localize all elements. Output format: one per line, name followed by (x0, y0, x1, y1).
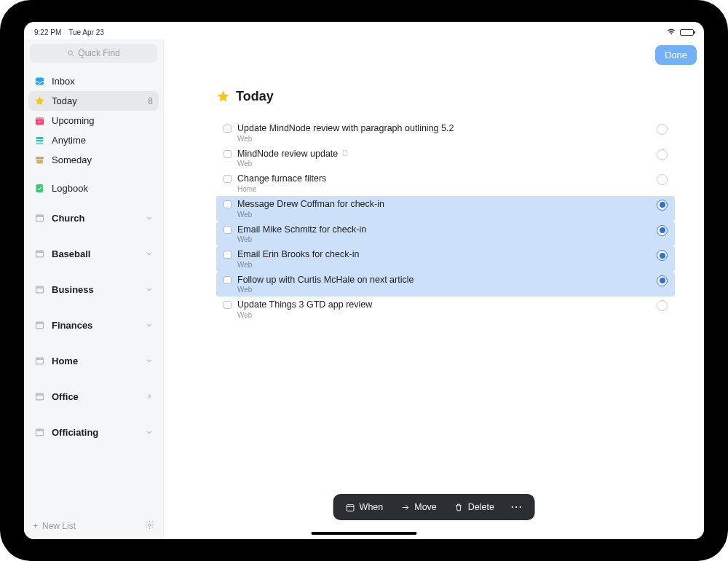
arrow-right-icon (400, 503, 410, 512)
task-row[interactable]: Update MindNode review with paragraph ou… (216, 120, 675, 146)
star-icon (216, 90, 230, 103)
sidebar-item-label: Someday (52, 154, 92, 165)
logbook-icon (34, 183, 45, 194)
task-select-radio[interactable] (657, 250, 668, 261)
task-title: Message Drew Coffman for check-in (237, 199, 384, 211)
svg-rect-11 (36, 157, 44, 159)
task-title: Email Erin Brooks for check-in (237, 249, 359, 261)
svg-rect-29 (347, 504, 354, 511)
area-item-finances[interactable]: Finances (28, 315, 159, 335)
task-row[interactable]: Change furnace filters Home (216, 170, 675, 196)
task-checkbox[interactable] (223, 150, 232, 158)
task-row[interactable]: Follow up with Curtis McHale on next art… (216, 272, 675, 297)
svg-rect-19 (36, 286, 44, 288)
task-checkbox[interactable] (223, 200, 232, 208)
sidebar-item-label: Inbox (52, 76, 75, 87)
task-checkbox[interactable] (223, 226, 232, 234)
area-item-home[interactable]: Home (28, 351, 159, 371)
task-row[interactable]: Email Mike Schmitz for check-in Web (216, 221, 675, 247)
task-checkbox[interactable] (223, 251, 232, 259)
settings-icon[interactable] (145, 520, 154, 532)
svg-rect-8 (36, 137, 44, 139)
area-item-business[interactable]: Business (28, 280, 159, 299)
action-delete[interactable]: Delete (446, 499, 502, 515)
task-project: Web (237, 261, 651, 269)
svg-point-0 (68, 50, 73, 55)
area-item-officiating[interactable]: Officiating (28, 423, 159, 442)
svg-rect-24 (36, 395, 44, 400)
task-row[interactable]: Message Drew Coffman for check-in Web (216, 196, 675, 221)
task-select-radio[interactable] (657, 124, 668, 135)
task-checkbox[interactable] (223, 125, 232, 133)
action-move[interactable]: Move (392, 499, 445, 515)
action-when[interactable]: When (338, 499, 392, 515)
task-title: Update MindNode review with paragraph ou… (237, 123, 454, 135)
task-select-radio[interactable] (657, 300, 668, 311)
star-icon (34, 95, 45, 106)
action-more[interactable]: ··· (504, 502, 530, 512)
task-row[interactable]: Update Things 3 GTD app review Web (216, 297, 675, 322)
new-list-button[interactable]: + New List (33, 521, 76, 531)
task-select-radio[interactable] (657, 174, 668, 185)
box-icon (34, 248, 45, 259)
task-title: Change furnace filters (237, 173, 326, 185)
task-checkbox[interactable] (223, 276, 232, 284)
task-project: Web (237, 211, 651, 219)
battery-icon (680, 29, 694, 36)
sidebar-item-label: Anytime (52, 135, 86, 146)
svg-rect-17 (36, 251, 44, 252)
area-item-church[interactable]: Church (28, 208, 159, 228)
task-select-radio[interactable] (657, 225, 668, 236)
home-indicator[interactable] (312, 532, 417, 535)
note-icon (341, 149, 349, 160)
svg-rect-16 (36, 252, 44, 257)
task-row[interactable]: Email Erin Brooks for check-in Web (216, 246, 675, 272)
calendar-icon (34, 115, 45, 126)
new-list-label: New List (42, 521, 76, 531)
box-icon (34, 356, 45, 366)
svg-rect-25 (36, 393, 44, 395)
sidebar-item-logbook[interactable]: Logbook (28, 178, 159, 198)
ipad-frame: 9:22 PM Tue Apr 23 Quick Find I (0, 0, 728, 561)
task-select-radio[interactable] (657, 149, 668, 160)
svg-point-6 (39, 122, 41, 123)
task-checkbox[interactable] (223, 175, 232, 183)
box-icon (34, 391, 45, 402)
svg-rect-2 (36, 78, 44, 85)
svg-rect-18 (36, 288, 44, 293)
svg-point-7 (41, 122, 42, 123)
sidebar-item-inbox[interactable]: Inbox (28, 71, 159, 91)
area-label: Church (52, 213, 85, 224)
sidebar-item-upcoming[interactable]: Upcoming (28, 111, 159, 130)
area-label: Baseball (52, 248, 90, 259)
svg-rect-15 (36, 215, 44, 216)
task-list: Update MindNode review with paragraph ou… (216, 120, 675, 322)
task-select-radio[interactable] (657, 200, 668, 211)
task-title: Follow up with Curtis McHale on next art… (237, 275, 414, 286)
area-item-office[interactable]: Office (28, 387, 159, 407)
sidebar-item-anytime[interactable]: Anytime (28, 130, 159, 150)
task-row[interactable]: MindNode review update Web (216, 146, 675, 171)
svg-rect-10 (36, 143, 44, 145)
page-title: Today (216, 89, 675, 104)
task-select-radio[interactable] (657, 275, 668, 286)
task-checkbox[interactable] (223, 301, 232, 309)
status-bar: 9:22 PM Tue Apr 23 (24, 26, 704, 38)
nav-list: Inbox Today 8 Upcoming Anytime Someday L… (24, 67, 163, 208)
svg-rect-20 (36, 323, 44, 329)
task-project: Web (237, 311, 651, 319)
svg-rect-27 (36, 429, 44, 431)
chevron-down-icon (146, 356, 153, 366)
area-item-baseball[interactable]: Baseball (28, 244, 159, 264)
sidebar-item-someday[interactable]: Someday (28, 150, 159, 170)
search-placeholder: Quick Find (78, 48, 119, 58)
plus-icon: + (33, 521, 38, 531)
sidebar-item-today[interactable]: Today 8 (28, 91, 159, 111)
area-label: Officiating (52, 427, 98, 438)
area-list: Church Baseball Business Finances Home O… (24, 208, 163, 513)
trash-icon (454, 503, 464, 512)
sidebar-item-label: Upcoming (52, 115, 95, 126)
search-input[interactable]: Quick Find (30, 44, 157, 63)
done-button[interactable]: Done (655, 45, 697, 65)
svg-point-5 (37, 122, 39, 123)
